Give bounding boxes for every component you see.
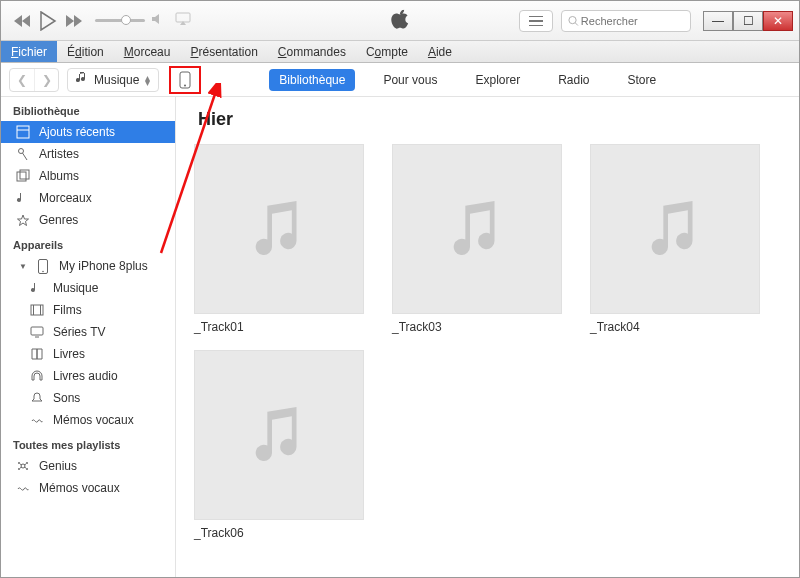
tab-store[interactable]: Store [618, 69, 667, 91]
sidebar-section-library: Bibliothèque [1, 97, 175, 121]
albums-icon [15, 168, 31, 184]
sidebar-item-musique[interactable]: Musique [1, 277, 175, 299]
mic-icon [15, 146, 31, 162]
album-art-placeholder [590, 144, 760, 314]
menu-aide[interactable]: AideAide [418, 41, 462, 62]
album-tile[interactable]: _Track03 [392, 144, 562, 334]
sidebar-item-ajouts-récents[interactable]: Ajouts récents [1, 121, 175, 143]
sidebar-item-mémos-vocaux[interactable]: Mémos vocaux [1, 409, 175, 431]
album-tile[interactable]: _Track04 [590, 144, 760, 334]
svg-point-20 [18, 462, 20, 464]
svg-point-13 [42, 270, 44, 272]
svg-point-1 [569, 16, 576, 23]
sidebar-item-label: Livres audio [53, 369, 118, 383]
nav-forward-button[interactable]: ❯ [34, 69, 58, 91]
audiobook-icon [29, 368, 45, 384]
svg-rect-0 [176, 13, 190, 22]
svg-rect-6 [17, 126, 29, 138]
playback-controls [13, 11, 83, 31]
sidebar-item-label: Ajouts récents [39, 125, 115, 139]
prev-button[interactable] [13, 14, 31, 28]
sidebar-item-label: Genius [39, 459, 77, 473]
tab-radio[interactable]: Radio [548, 69, 599, 91]
album-tile[interactable]: _Track01 [194, 144, 364, 334]
music-note-icon [76, 71, 88, 88]
svg-point-21 [26, 462, 28, 464]
menu-presentation[interactable]: PrésentationPrésentation [180, 41, 267, 62]
genres-icon [15, 212, 31, 228]
menu-morceau[interactable]: MorceauMorceau [114, 41, 181, 62]
sidebar-item-artistes[interactable]: Artistes [1, 143, 175, 165]
nav-arrows: ❮ ❯ [9, 68, 59, 92]
minimize-button[interactable]: — [703, 11, 733, 31]
sidebar-item-label: Mémos vocaux [53, 413, 134, 427]
memo-icon [29, 412, 45, 428]
category-select[interactable]: Musique ▴▾ [67, 68, 159, 92]
sidebar-item-label: Séries TV [53, 325, 105, 339]
svg-point-8 [19, 149, 24, 154]
sidebar-item-morceaux[interactable]: Morceaux [1, 187, 175, 209]
tab-bibliotheque[interactable]: Bibliothèque [269, 69, 355, 91]
sidebar-item-label: Sons [53, 391, 80, 405]
chevron-updown-icon: ▴▾ [145, 75, 150, 85]
menu-compte[interactable]: CompteCompte [356, 41, 418, 62]
sidebar-item-label: Albums [39, 169, 79, 183]
album-label: _Track06 [194, 526, 364, 540]
svg-line-2 [575, 22, 578, 25]
genius-icon [15, 458, 31, 474]
sidebar-item-label: Genres [39, 213, 78, 227]
play-button[interactable] [39, 11, 57, 31]
svg-point-23 [26, 468, 28, 470]
sidebar-section-playlists: Toutes mes playlists [1, 431, 175, 455]
svg-rect-14 [31, 305, 43, 315]
volume-slider[interactable] [95, 13, 165, 28]
sidebar-item-label: Films [53, 303, 82, 317]
film-icon [29, 302, 45, 318]
maximize-button[interactable]: ☐ [733, 11, 763, 31]
sidebar-item-séries-tv[interactable]: Séries TV [1, 321, 175, 343]
device-button[interactable] [169, 66, 201, 94]
next-button[interactable] [65, 14, 83, 28]
sidebar-item-genres[interactable]: Genres [1, 209, 175, 231]
svg-rect-10 [17, 172, 26, 181]
album-tile[interactable]: _Track06 [194, 350, 364, 540]
album-label: _Track01 [194, 320, 364, 334]
sidebar-item-livres[interactable]: Livres [1, 343, 175, 365]
phone-icon [35, 258, 51, 274]
menu-commandes[interactable]: CommandesCommandes [268, 41, 356, 62]
sidebar-device[interactable]: ▼ My iPhone 8plus [1, 255, 175, 277]
tv-icon [29, 324, 45, 340]
album-art-placeholder [194, 144, 364, 314]
tab-explorer[interactable]: Explorer [465, 69, 530, 91]
sidebar-item-mémos-vocaux[interactable]: Mémos vocaux [1, 477, 175, 499]
tab-pour-vous[interactable]: Pour vous [373, 69, 447, 91]
menu-fichier[interactable]: FFichierichier [1, 41, 57, 62]
sidebar-item-films[interactable]: Films [1, 299, 175, 321]
disclosure-triangle-icon[interactable]: ▼ [19, 262, 27, 271]
menu-bar: FFichierichier ÉditionÉdition MorceauMor… [1, 41, 799, 63]
sidebar-item-genius[interactable]: Genius [1, 455, 175, 477]
sidebar-item-sons[interactable]: Sons [1, 387, 175, 409]
album-label: _Track03 [392, 320, 562, 334]
nav-tabs: Bibliothèque Pour vous Explorer Radio St… [269, 69, 666, 91]
note-icon [15, 190, 31, 206]
speaker-icon [151, 13, 165, 28]
sidebar: Bibliothèque Ajouts récentsArtistesAlbum… [1, 97, 176, 578]
close-button[interactable]: ✕ [763, 11, 793, 31]
airplay-icon[interactable] [175, 12, 191, 29]
content-area: Hier _Track01_Track03_Track04_Track06 [176, 97, 799, 578]
search-input[interactable] [579, 14, 684, 28]
sidebar-item-albums[interactable]: Albums [1, 165, 175, 187]
nav-back-button[interactable]: ❮ [10, 69, 34, 91]
album-label: _Track04 [590, 320, 760, 334]
album-grid: _Track01_Track03_Track04_Track06 [194, 144, 781, 540]
apple-logo-icon [390, 8, 410, 33]
title-bar: — ☐ ✕ [1, 1, 799, 41]
list-view-button[interactable] [519, 10, 553, 32]
menu-edition[interactable]: ÉditionÉdition [57, 41, 114, 62]
sidebar-item-livres-audio[interactable]: Livres audio [1, 365, 175, 387]
search-field[interactable] [561, 10, 691, 32]
svg-rect-17 [31, 327, 43, 335]
content-heading: Hier [198, 109, 781, 130]
bell-icon [29, 390, 45, 406]
